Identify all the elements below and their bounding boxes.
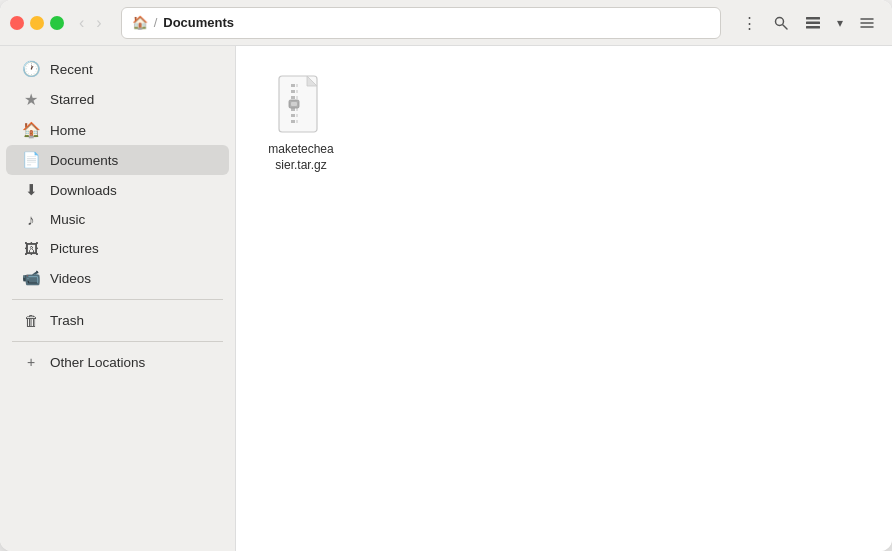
window-controls: ✕ − □ [10,16,64,30]
sidebar-item-music[interactable]: ♪ Music [6,205,229,234]
file-manager-window: ✕ − □ ‹ › 🏠 / Documents ⋮ [0,0,892,551]
svg-rect-13 [291,102,297,106]
starred-icon: ★ [22,90,40,109]
more-options-button[interactable]: ⋮ [735,10,764,35]
svg-point-0 [776,17,784,25]
breadcrumb[interactable]: 🏠 / Documents [121,7,721,39]
sort-direction-button[interactable]: ▾ [830,12,850,34]
sidebar: 🕐 Recent ★ Starred 🏠 Home 📄 Documents ⬇ … [0,46,236,551]
svg-rect-2 [806,17,820,20]
forward-button[interactable]: › [91,11,106,35]
home-sidebar-icon: 🏠 [22,121,40,139]
sidebar-divider-2 [12,341,223,342]
sidebar-item-starred[interactable]: ★ Starred [6,84,229,115]
sidebar-item-recent[interactable]: 🕐 Recent [6,54,229,84]
recent-icon: 🕐 [22,60,40,78]
view-options-button[interactable] [852,10,882,36]
pictures-icon: 🖼 [22,240,40,257]
sidebar-item-pictures[interactable]: 🖼 Pictures [6,234,229,263]
titlebar: ✕ − □ ‹ › 🏠 / Documents ⋮ [0,0,892,46]
documents-icon: 📄 [22,151,40,169]
sidebar-label-downloads: Downloads [50,183,117,198]
sidebar-divider [12,299,223,300]
file-icon-archive [275,74,327,136]
downloads-icon: ⬇ [22,181,40,199]
sidebar-item-videos[interactable]: 📹 Videos [6,263,229,293]
sidebar-label-other-locations: Other Locations [50,355,145,370]
videos-icon: 📹 [22,269,40,287]
back-button[interactable]: ‹ [74,11,89,35]
minimize-button[interactable]: − [30,16,44,30]
music-icon: ♪ [22,211,40,228]
view-list-icon [805,15,821,31]
sidebar-label-pictures: Pictures [50,241,99,256]
sidebar-label-trash: Trash [50,313,84,328]
sidebar-label-home: Home [50,123,86,138]
other-locations-icon: + [22,354,40,370]
trash-icon: 🗑 [22,312,40,329]
svg-rect-4 [806,26,820,29]
main-area: 🕐 Recent ★ Starred 🏠 Home 📄 Documents ⬇ … [0,46,892,551]
sidebar-item-downloads[interactable]: ⬇ Downloads [6,175,229,205]
sidebar-item-documents[interactable]: 📄 Documents [6,145,229,175]
sidebar-label-starred: Starred [50,92,94,107]
home-icon: 🏠 [132,15,148,30]
maximize-button[interactable]: □ [50,16,64,30]
sidebar-label-music: Music [50,212,85,227]
sidebar-label-videos: Videos [50,271,91,286]
sidebar-item-home[interactable]: 🏠 Home [6,115,229,145]
sidebar-label-recent: Recent [50,62,93,77]
archive-svg-icon [275,74,327,136]
svg-line-1 [783,25,787,29]
sidebar-item-other-locations[interactable]: + Other Locations [6,348,229,376]
svg-rect-3 [806,21,820,24]
file-name-archive: maketechea sier.tar.gz [260,142,342,173]
sidebar-item-trash[interactable]: 🗑 Trash [6,306,229,335]
breadcrumb-separator: / [154,15,158,30]
content-area: maketechea sier.tar.gz [236,46,892,551]
close-button[interactable]: ✕ [10,16,24,30]
navigation-arrows: ‹ › [74,11,107,35]
view-toggle-button[interactable] [798,10,828,36]
search-icon [773,15,789,31]
file-item-archive[interactable]: maketechea sier.tar.gz [256,66,346,181]
search-button[interactable] [766,10,796,36]
sidebar-label-documents: Documents [50,153,118,168]
hamburger-icon [859,15,875,31]
titlebar-actions: ⋮ ▾ [735,10,882,36]
breadcrumb-current-folder: Documents [163,15,234,30]
